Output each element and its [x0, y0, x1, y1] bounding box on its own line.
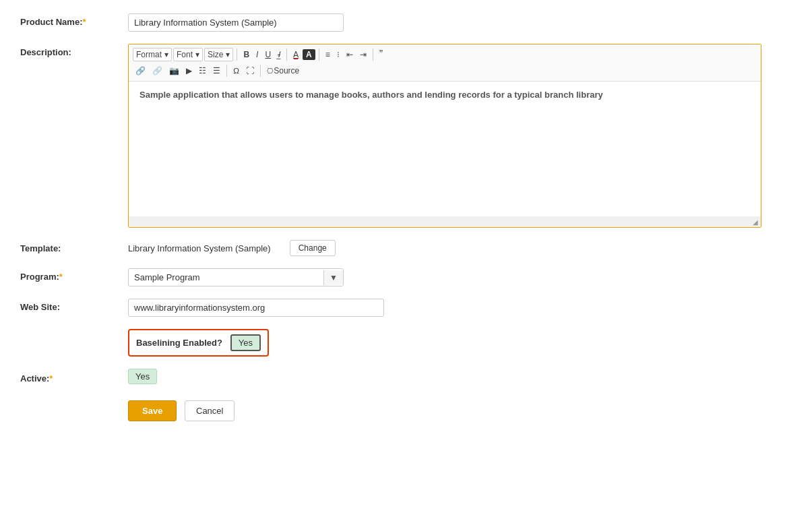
bg-color-button[interactable]: A: [303, 49, 315, 60]
website-input[interactable]: [128, 299, 384, 317]
program-row: Program:* Sample Program ▼: [20, 268, 792, 286]
italic-button[interactable]: I: [253, 49, 261, 61]
special-char-button[interactable]: Ω: [230, 65, 242, 77]
chevron-down-icon: ▾: [164, 50, 168, 59]
template-label: Template:: [20, 240, 128, 253]
active-field: Yes: [128, 369, 792, 384]
template-change-button[interactable]: Change: [290, 240, 336, 256]
chevron-down-icon: ▾: [226, 50, 230, 59]
description-row: Description: Format ▾ Font ▾ Size ▾: [20, 44, 792, 228]
website-label: Web Site:: [20, 299, 128, 312]
required-star: *: [59, 272, 63, 282]
rich-text-editor: Format ▾ Font ▾ Size ▾ B I U I̲: [128, 44, 761, 228]
chevron-down-icon: ▾: [195, 50, 199, 59]
program-field: Sample Program ▼: [128, 268, 792, 286]
editor-content-area[interactable]: Sample application that allows users to …: [129, 82, 761, 216]
separator: [373, 49, 373, 61]
template-field: Library Information System (Sample) Chan…: [128, 240, 792, 256]
separator: [260, 65, 261, 77]
product-name-input[interactable]: [128, 13, 344, 32]
active-value-badge: Yes: [128, 369, 157, 384]
action-buttons-row: Save Cancel: [20, 400, 792, 421]
strikethrough-button[interactable]: I̲: [275, 49, 283, 61]
website-row: Web Site:: [20, 299, 792, 317]
resize-handle-icon: ◢: [753, 218, 759, 225]
source-icon: ⎔: [267, 67, 274, 75]
table-button[interactable]: ☷: [196, 65, 209, 77]
description-field: Format ▾ Font ▾ Size ▾ B I U I̲: [128, 44, 792, 228]
toolbar-row-1: Format ▾ Font ▾ Size ▾ B I U I̲: [133, 47, 757, 62]
editor-toolbar: Format ▾ Font ▾ Size ▾ B I U I̲: [129, 44, 761, 82]
bold-button[interactable]: B: [241, 49, 252, 61]
ordered-list-button[interactable]: ≡: [323, 49, 333, 61]
required-star: *: [82, 17, 86, 27]
align-button[interactable]: ☰: [210, 65, 223, 77]
active-row: Active:* Yes: [20, 369, 792, 384]
link-button[interactable]: 🔗: [133, 65, 148, 77]
active-label: Active:*: [20, 370, 128, 384]
font-dropdown[interactable]: Font ▾: [173, 48, 203, 61]
separator: [237, 49, 237, 61]
program-label: Program:*: [20, 268, 128, 282]
unordered-list-button[interactable]: ⁝: [334, 49, 342, 61]
font-color-button[interactable]: A̲: [290, 49, 301, 61]
website-field: [128, 299, 792, 317]
size-dropdown[interactable]: Size ▾: [204, 48, 233, 61]
product-name-label: Product Name:*: [20, 13, 128, 27]
baselining-label: Baselining Enabled?: [136, 338, 222, 348]
blockquote-button[interactable]: ”: [377, 47, 385, 62]
baselining-value-badge: Yes: [230, 334, 261, 351]
toolbar-row-2: 🔗 🔗 📷 ▶ ☷ ☰ Ω ⛶ ⎔ Source: [133, 65, 757, 77]
template-value: Library Information System (Sample): [128, 243, 271, 253]
image-button[interactable]: 📷: [166, 65, 182, 77]
product-name-field: [128, 13, 792, 32]
program-select-wrapper: Sample Program ▼: [128, 268, 344, 286]
chevron-down-icon: ▼: [323, 270, 343, 285]
cancel-button[interactable]: Cancel: [185, 400, 235, 421]
video-button[interactable]: ▶: [183, 65, 195, 77]
unlink-button[interactable]: 🔗: [150, 65, 165, 77]
source-button[interactable]: ⎔ Source: [264, 65, 302, 77]
required-star: *: [49, 373, 53, 384]
separator: [226, 65, 227, 77]
baselining-highlight-box: Baselining Enabled? Yes: [128, 329, 269, 357]
indent-less-button[interactable]: ⇤: [344, 49, 356, 61]
maximize-button[interactable]: ⛶: [243, 65, 257, 77]
baselining-field: Baselining Enabled? Yes: [128, 329, 792, 357]
separator: [286, 49, 287, 61]
template-row: Template: Library Information System (Sa…: [20, 240, 792, 256]
format-dropdown[interactable]: Format ▾: [133, 48, 172, 61]
program-select[interactable]: Sample Program: [129, 269, 323, 286]
indent-more-button[interactable]: ⇥: [357, 49, 369, 61]
editor-footer: ◢: [129, 216, 761, 227]
underline-button[interactable]: U: [262, 49, 274, 61]
product-name-row: Product Name:*: [20, 13, 792, 32]
baselining-row: Baselining Enabled? Yes: [20, 329, 792, 357]
action-buttons: Save Cancel: [128, 400, 235, 421]
separator: [319, 49, 319, 61]
save-button[interactable]: Save: [128, 400, 177, 421]
description-label: Description:: [20, 44, 128, 57]
